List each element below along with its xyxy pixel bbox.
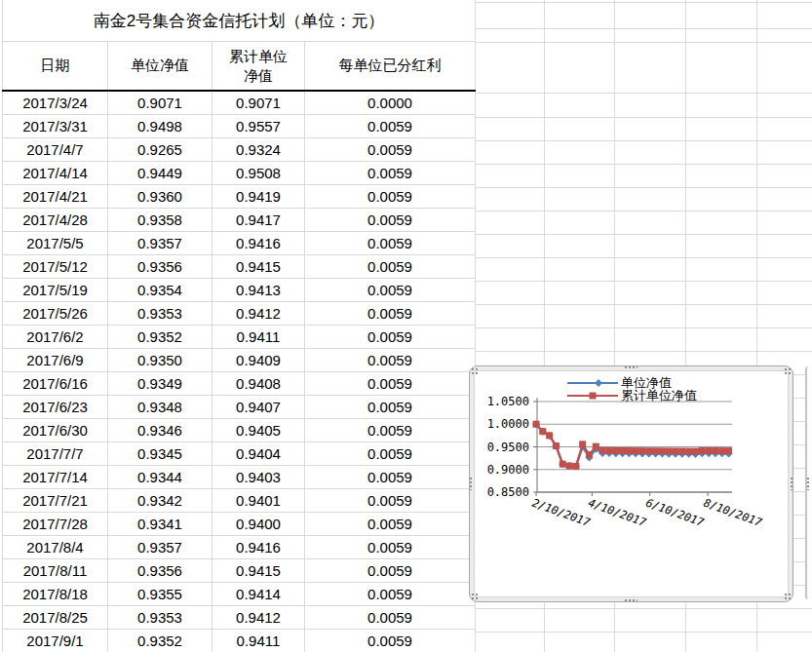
cell-dividend[interactable]: 0.0059 <box>305 326 476 349</box>
cell-cum-nav[interactable]: 0.9416 <box>213 536 305 559</box>
cell-date[interactable]: 2017/6/9 <box>3 349 108 372</box>
cell-nav[interactable]: 0.9348 <box>108 396 213 419</box>
cell-nav[interactable]: 0.9355 <box>108 583 213 606</box>
cell-dividend[interactable]: 0.0059 <box>305 349 476 372</box>
embedded-chart[interactable]: 1.05001.00000.95000.90000.85002/10/20174… <box>469 365 793 602</box>
cell-nav[interactable]: 0.9360 <box>108 185 213 209</box>
cell-cum-nav[interactable]: 0.9415 <box>213 255 305 279</box>
cell-date[interactable]: 2017/4/7 <box>3 138 108 162</box>
cell-date[interactable]: 2017/4/28 <box>3 209 108 232</box>
cell-dividend[interactable]: 0.0059 <box>305 466 476 489</box>
cell-nav[interactable]: 0.9352 <box>108 630 213 652</box>
cell-nav[interactable]: 0.9344 <box>108 466 213 489</box>
cell-nav[interactable]: 0.9345 <box>108 442 213 466</box>
cell-dividend[interactable]: 0.0059 <box>305 442 476 466</box>
cell-nav[interactable]: 0.9346 <box>108 419 213 442</box>
cell-nav[interactable]: 0.9356 <box>108 559 213 583</box>
resize-handle-left[interactable] <box>469 477 473 490</box>
cell-cum-nav[interactable]: 0.9412 <box>213 606 305 630</box>
cell-dividend[interactable]: 0.0059 <box>305 232 476 255</box>
cell-dividend[interactable]: 0.0059 <box>305 583 476 606</box>
cell-cum-nav[interactable]: 0.9409 <box>213 349 305 372</box>
cell-nav[interactable]: 0.9342 <box>108 489 213 513</box>
cell-dividend[interactable]: 0.0059 <box>305 115 476 138</box>
resize-handle-top[interactable] <box>624 365 638 369</box>
cell-dividend[interactable]: 0.0059 <box>305 489 476 513</box>
cell-date[interactable]: 2017/6/2 <box>3 326 108 349</box>
cell-date[interactable]: 2017/6/16 <box>3 372 108 396</box>
partial-embedded-object[interactable] <box>805 366 812 599</box>
cell-dividend[interactable]: 0.0000 <box>305 91 476 115</box>
cell-date[interactable]: 2017/3/24 <box>3 91 108 115</box>
cell-dividend[interactable]: 0.0059 <box>305 138 476 162</box>
cell-dividend[interactable]: 0.0059 <box>305 162 476 185</box>
cell-dividend[interactable]: 0.0059 <box>305 630 476 652</box>
cell-date[interactable]: 2017/8/25 <box>3 606 108 630</box>
partial-object-handle[interactable] <box>806 477 810 490</box>
cell-nav[interactable]: 0.9353 <box>108 302 213 326</box>
cell-date[interactable]: 2017/7/14 <box>3 466 108 489</box>
cell-cum-nav[interactable]: 0.9071 <box>213 91 305 115</box>
cell-dividend[interactable]: 0.0059 <box>305 302 476 326</box>
cell-nav[interactable]: 0.9352 <box>108 326 213 349</box>
cell-cum-nav[interactable]: 0.9419 <box>213 185 305 209</box>
cell-date[interactable]: 2017/3/31 <box>3 115 108 138</box>
cell-cum-nav[interactable]: 0.9324 <box>213 138 305 162</box>
cell-nav[interactable]: 0.9357 <box>108 232 213 255</box>
cell-date[interactable]: 2017/8/4 <box>3 536 108 559</box>
cell-date[interactable]: 2017/4/21 <box>3 185 108 209</box>
cell-date[interactable]: 2017/8/11 <box>3 559 108 583</box>
col-header-dividend[interactable]: 每单位已分红利 <box>305 42 476 92</box>
cell-nav[interactable]: 0.9358 <box>108 209 213 232</box>
cell-cum-nav[interactable]: 0.9407 <box>213 396 305 419</box>
resize-handle-top-left[interactable] <box>471 367 479 375</box>
cell-dividend[interactable]: 0.0059 <box>305 606 476 630</box>
cell-nav[interactable]: 0.9350 <box>108 349 213 372</box>
cell-cum-nav[interactable]: 0.9411 <box>213 630 305 652</box>
cell-nav[interactable]: 0.9449 <box>108 162 213 185</box>
cell-cum-nav[interactable]: 0.9403 <box>213 466 305 489</box>
col-header-cum-nav[interactable]: 累计单位净值 <box>213 42 305 92</box>
cell-nav[interactable]: 0.9341 <box>108 513 213 536</box>
cell-nav[interactable]: 0.9353 <box>108 606 213 630</box>
cell-nav[interactable]: 0.9357 <box>108 536 213 559</box>
cell-date[interactable]: 2017/5/19 <box>3 279 108 302</box>
cell-date[interactable]: 2017/6/23 <box>3 396 108 419</box>
cell-dividend[interactable]: 0.0059 <box>305 559 476 583</box>
resize-handle-top-right[interactable] <box>784 367 792 375</box>
cell-cum-nav[interactable]: 0.9413 <box>213 279 305 302</box>
cell-cum-nav[interactable]: 0.9415 <box>213 559 305 583</box>
resize-handle-bottom[interactable] <box>624 598 638 602</box>
sheet-title-cell[interactable]: 南金2号集合资金信托计划（单位：元） <box>3 0 476 42</box>
cell-cum-nav[interactable]: 0.9508 <box>213 162 305 185</box>
cell-cum-nav[interactable]: 0.9416 <box>213 232 305 255</box>
cell-dividend[interactable]: 0.0059 <box>305 185 476 209</box>
cell-date[interactable]: 2017/7/7 <box>3 442 108 466</box>
resize-handle-bottom-right[interactable] <box>784 593 792 600</box>
cell-dividend[interactable]: 0.0059 <box>305 255 476 279</box>
cell-date[interactable]: 2017/7/28 <box>3 513 108 536</box>
cell-date[interactable]: 2017/5/5 <box>3 232 108 255</box>
cell-cum-nav[interactable]: 0.9405 <box>213 419 305 442</box>
cell-cum-nav[interactable]: 0.9408 <box>213 372 305 396</box>
cell-dividend[interactable]: 0.0059 <box>305 513 476 536</box>
cell-date[interactable]: 2017/9/1 <box>3 630 108 652</box>
cell-nav[interactable]: 0.9349 <box>108 372 213 396</box>
cell-cum-nav[interactable]: 0.9401 <box>213 489 305 513</box>
resize-handle-right[interactable] <box>790 477 793 490</box>
cell-nav[interactable]: 0.9356 <box>108 255 213 279</box>
resize-handle-bottom-left[interactable] <box>471 593 479 600</box>
cell-date[interactable]: 2017/4/14 <box>3 162 108 185</box>
cell-dividend[interactable]: 0.0059 <box>305 419 476 442</box>
cell-nav[interactable]: 0.9071 <box>108 91 213 115</box>
cell-dividend[interactable]: 0.0059 <box>305 372 476 396</box>
cell-date[interactable]: 2017/6/30 <box>3 419 108 442</box>
cell-dividend[interactable]: 0.0059 <box>305 396 476 419</box>
cell-cum-nav[interactable]: 0.9412 <box>213 302 305 326</box>
cell-date[interactable]: 2017/5/12 <box>3 255 108 279</box>
cell-cum-nav[interactable]: 0.9411 <box>213 326 305 349</box>
cell-cum-nav[interactable]: 0.9557 <box>213 115 305 138</box>
cell-date[interactable]: 2017/8/18 <box>3 583 108 606</box>
cell-nav[interactable]: 0.9265 <box>108 138 213 162</box>
cell-cum-nav[interactable]: 0.9417 <box>213 209 305 232</box>
